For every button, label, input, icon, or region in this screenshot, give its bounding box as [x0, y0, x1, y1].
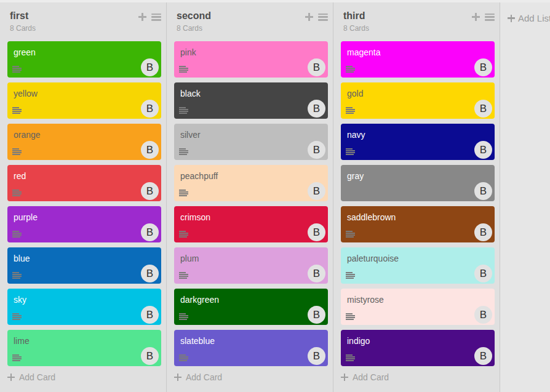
- card-badge[interactable]: B: [474, 141, 492, 159]
- card-badge[interactable]: B: [141, 58, 159, 76]
- card-badge[interactable]: B: [474, 58, 492, 76]
- list-card-count: 8 Cards: [177, 24, 305, 33]
- card-badge[interactable]: B: [141, 141, 159, 159]
- card-title: gray: [341, 165, 495, 181]
- description-lines-icon: [12, 66, 22, 73]
- add-list-label: Add List: [518, 13, 550, 23]
- card[interactable]: darkgreenB: [174, 289, 328, 325]
- card-title: peachpuff: [174, 165, 328, 181]
- description-lines-icon: [179, 231, 188, 238]
- add-list-panel: Add List: [500, 2, 550, 392]
- card-title: paleturquoise: [341, 247, 495, 263]
- plus-icon[interactable]: [471, 12, 480, 22]
- card-badge[interactable]: B: [308, 306, 325, 324]
- card-title: indigo: [341, 330, 495, 346]
- hamburger-menu-icon[interactable]: [151, 14, 161, 21]
- card-badge[interactable]: B: [474, 265, 492, 282]
- add-card-label: Add Card: [186, 372, 222, 382]
- card-badge[interactable]: B: [141, 223, 159, 241]
- card-title: black: [174, 82, 328, 98]
- card-badge[interactable]: B: [308, 347, 325, 365]
- add-list-button[interactable]: Add List: [508, 13, 550, 23]
- card[interactable]: peachpuffB: [174, 165, 328, 201]
- card-badge[interactable]: B: [141, 100, 159, 118]
- card-title: green: [7, 41, 161, 57]
- list-title: third: [343, 10, 471, 22]
- card[interactable]: indigoB: [341, 330, 495, 366]
- card-title: plum: [174, 247, 328, 263]
- card-badge[interactable]: B: [141, 306, 159, 324]
- description-lines-icon: [12, 313, 22, 320]
- add-card-button[interactable]: Add Card: [341, 372, 495, 382]
- plus-icon: [341, 374, 348, 381]
- card-badge[interactable]: B: [308, 58, 325, 76]
- card-title: blue: [7, 247, 161, 263]
- description-lines-icon: [346, 313, 355, 320]
- card[interactable]: goldB: [341, 82, 495, 119]
- card-badge[interactable]: B: [141, 347, 159, 365]
- list-second: second 8 Cards pinkB blackB silverB peac…: [167, 2, 333, 392]
- card-badge[interactable]: B: [308, 141, 325, 159]
- card[interactable]: greenB: [7, 41, 161, 78]
- description-lines-icon: [346, 231, 355, 238]
- card-badge[interactable]: B: [474, 182, 492, 200]
- description-lines-icon: [12, 272, 22, 279]
- plus-icon[interactable]: [138, 12, 147, 22]
- card-badge[interactable]: B: [308, 223, 325, 241]
- add-card-button[interactable]: Add Card: [7, 372, 161, 382]
- card[interactable]: saddlebrownB: [341, 206, 495, 242]
- description-lines-icon: [346, 66, 355, 73]
- add-card-button[interactable]: Add Card: [174, 372, 328, 382]
- card-title: red: [7, 165, 161, 181]
- card-badge[interactable]: B: [141, 182, 159, 200]
- card[interactable]: crimsonB: [174, 206, 328, 242]
- card-badge[interactable]: B: [474, 347, 492, 365]
- card-badge[interactable]: B: [474, 100, 492, 118]
- list-title: first: [10, 10, 138, 22]
- card-badge[interactable]: B: [308, 100, 325, 118]
- card[interactable]: grayB: [341, 165, 495, 201]
- add-card-label: Add Card: [19, 372, 55, 382]
- card[interactable]: plumB: [174, 247, 328, 284]
- card-badge[interactable]: B: [308, 265, 325, 282]
- list-third: third 8 Cards magentaB goldB navyB grayB…: [333, 2, 500, 392]
- list-first: first 8 Cards greenB yellowB orangeB red…: [0, 2, 167, 392]
- card-title: saddlebrown: [341, 206, 495, 222]
- card[interactable]: silverB: [174, 124, 328, 160]
- card[interactable]: yellowB: [7, 82, 161, 119]
- description-lines-icon: [179, 354, 188, 361]
- card[interactable]: magentaB: [341, 41, 495, 78]
- description-lines-icon: [179, 190, 188, 196]
- description-lines-icon: [12, 190, 22, 196]
- card[interactable]: skyB: [7, 289, 161, 325]
- list-card-count: 8 Cards: [10, 24, 138, 33]
- card-badge[interactable]: B: [141, 265, 159, 282]
- card-title: darkgreen: [174, 289, 328, 305]
- description-lines-icon: [179, 66, 188, 73]
- card[interactable]: blackB: [174, 82, 328, 119]
- card-badge[interactable]: B: [308, 182, 325, 200]
- card[interactable]: orangeB: [7, 124, 161, 160]
- card-badge[interactable]: B: [474, 223, 492, 241]
- card[interactable]: purpleB: [7, 206, 161, 242]
- plus-icon[interactable]: [305, 12, 314, 22]
- plus-icon: [7, 374, 15, 381]
- card[interactable]: slateblueB: [174, 330, 328, 366]
- hamburger-menu-icon[interactable]: [485, 14, 495, 21]
- plus-icon: [508, 15, 515, 22]
- card[interactable]: pinkB: [174, 41, 328, 78]
- description-lines-icon: [346, 272, 355, 279]
- card-stack: magentaB goldB navyB grayB saddlebrownB …: [341, 41, 495, 366]
- list-header: first 8 Cards: [7, 2, 161, 41]
- card-title: pink: [174, 41, 328, 57]
- card[interactable]: navyB: [341, 124, 495, 160]
- hamburger-menu-icon[interactable]: [318, 14, 328, 21]
- card[interactable]: paleturquoiseB: [341, 247, 495, 284]
- card-badge[interactable]: B: [474, 306, 492, 324]
- card-title: yellow: [7, 82, 161, 98]
- card-title: slateblue: [174, 330, 328, 346]
- card[interactable]: mistyroseB: [341, 289, 495, 325]
- card[interactable]: redB: [7, 165, 161, 201]
- card[interactable]: limeB: [7, 330, 161, 366]
- card[interactable]: blueB: [7, 247, 161, 284]
